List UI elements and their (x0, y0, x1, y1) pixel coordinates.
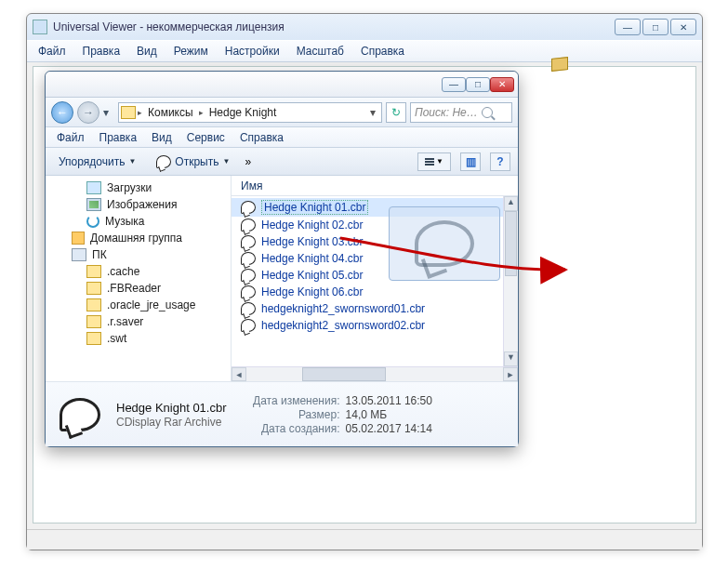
app-icon (33, 20, 47, 34)
file-item[interactable]: Hedge Knight 01.cbr (232, 198, 518, 217)
file-item[interactable]: hedgeknight2_swornsword02.cbr (232, 317, 518, 334)
tree-node[interactable]: Домашняя группа (46, 230, 231, 246)
tree-label: ПК (92, 248, 107, 261)
label-modified: Дата изменения: (247, 394, 340, 407)
tree-node[interactable]: .r.saver (46, 313, 231, 330)
scroll-thumb[interactable] (302, 367, 386, 381)
tree-label: Загрузки (107, 181, 152, 194)
explorer-navbar: ← → ▾ ▸ Комиксы ▸ Hedge Knight ▾ ↻ Поиск… (46, 98, 518, 127)
tree-node[interactable]: Музыка (46, 213, 231, 230)
main-maximize-button[interactable]: □ (642, 19, 668, 35)
dl-icon (86, 181, 101, 194)
tree-label: .cache (107, 265, 139, 278)
explorer-minimize-button[interactable]: — (442, 77, 466, 92)
file-item[interactable]: Hedge Knight 03.cbr (232, 233, 518, 250)
value-created: 05.02.2017 14:14 (346, 422, 432, 435)
tree-label: .oracle_jre_usage (107, 298, 195, 311)
preview-pane-button[interactable]: ▥ (460, 152, 481, 171)
file-item[interactable]: Hedge Knight 05.cbr (232, 267, 518, 284)
details-pane: Hedge Knight 01.cbr CDisplay Rar Archive… (46, 381, 518, 446)
speech-bubble-icon (241, 302, 256, 315)
tree-node[interactable]: Изображения (46, 196, 231, 213)
main-titlebar[interactable]: Universal Viewer - некоммерческая лиценз… (27, 14, 702, 40)
exp-menu-view[interactable]: Вид (144, 129, 179, 146)
file-item[interactable]: hedgeknight2_swornsword01.cbr (232, 300, 518, 317)
tree-node[interactable]: .oracle_jre_usage (46, 297, 231, 313)
menu-settings[interactable]: Настройки (218, 43, 287, 60)
main-close-button[interactable]: ✕ (670, 19, 696, 35)
menu-view[interactable]: Вид (129, 43, 165, 60)
nav-forward-button[interactable]: → (77, 101, 99, 124)
scroll-right-icon[interactable]: ► (503, 367, 518, 381)
search-icon (482, 107, 493, 118)
menu-file[interactable]: Файл (31, 43, 73, 60)
folder-icon (86, 298, 101, 311)
tree-node[interactable]: .FBReader (46, 280, 231, 297)
search-input[interactable]: Поиск: He… (410, 102, 512, 123)
chevron-right-icon[interactable]: ▸ (138, 108, 142, 117)
view-mode-button[interactable]: ▼ (417, 152, 451, 171)
refresh-button[interactable]: ↻ (386, 102, 406, 123)
tree-node[interactable]: .swt (46, 330, 231, 347)
organize-button[interactable]: Упорядочить▼ (53, 153, 141, 170)
exp-menu-help[interactable]: Справка (232, 129, 291, 146)
speech-bubble-icon (156, 155, 171, 168)
file-list[interactable]: Hedge Knight 01.cbrHedge Knight 02.cbrHe… (232, 196, 518, 366)
folder-tree[interactable]: ЗагрузкиИзображенияМузыкаДомашняя группа… (46, 176, 232, 381)
tree-label: .FBReader (107, 282, 161, 295)
file-item[interactable]: Hedge Knight 02.cbr (232, 217, 518, 233)
address-bar[interactable]: ▸ Комиксы ▸ Hedge Knight ▾ (118, 102, 382, 123)
nav-history-dropdown[interactable]: ▾ (103, 106, 114, 119)
file-name: Hedge Knight 01.cbr (261, 200, 368, 215)
open-button[interactable]: Открыть▼ (151, 153, 235, 170)
help-button[interactable]: ? (490, 152, 510, 171)
file-item[interactable]: Hedge Knight 06.cbr (232, 284, 518, 300)
value-size: 14,0 МБ (346, 408, 388, 421)
column-header-name[interactable]: Имя (232, 176, 518, 196)
speech-bubble-icon (241, 269, 256, 282)
menu-zoom[interactable]: Масштаб (289, 43, 351, 60)
music-icon (86, 215, 99, 228)
speech-bubble-icon (241, 319, 256, 332)
folder-icon (86, 315, 101, 328)
file-type-icon (55, 392, 105, 437)
explorer-close-button[interactable]: ✕ (490, 77, 514, 92)
tree-label: .swt (107, 332, 126, 345)
folder-icon (121, 106, 136, 119)
toolbar-overflow[interactable]: » (245, 155, 251, 168)
explorer-titlebar[interactable]: — □ ✕ (46, 72, 518, 98)
details-filename: Hedge Knight 01.cbr (116, 401, 227, 415)
exp-menu-tools[interactable]: Сервис (179, 129, 232, 146)
home-icon (72, 232, 85, 245)
breadcrumb-comics[interactable]: Комиксы (144, 106, 197, 119)
chevron-right-icon[interactable]: ▸ (199, 108, 204, 117)
pc-icon (72, 248, 86, 261)
file-name: hedgeknight2_swornsword02.cbr (261, 319, 425, 332)
scroll-down-icon[interactable]: ▼ (504, 351, 518, 366)
address-dropdown[interactable]: ▾ (366, 106, 379, 119)
tree-node[interactable]: Загрузки (46, 179, 231, 196)
menu-edit[interactable]: Правка (75, 43, 128, 60)
exp-menu-file[interactable]: Файл (49, 129, 92, 146)
breadcrumb-hedge-knight[interactable]: Hedge Knight (205, 106, 281, 119)
label-created: Дата создания: (247, 422, 340, 435)
vertical-scrollbar[interactable]: ▲ ▼ (503, 196, 518, 366)
tree-node[interactable]: .cache (46, 263, 231, 280)
menu-mode[interactable]: Режим (166, 43, 216, 60)
scroll-thumb[interactable] (505, 211, 517, 276)
exp-menu-edit[interactable]: Правка (92, 129, 145, 146)
menu-help[interactable]: Справка (353, 43, 412, 60)
explorer-maximize-button[interactable]: □ (466, 77, 490, 92)
label-size: Размер: (247, 408, 340, 421)
scroll-left-icon[interactable]: ◄ (232, 367, 246, 381)
package-icon[interactable] (551, 58, 570, 73)
explorer-menubar: Файл Правка Вид Сервис Справка (46, 127, 518, 148)
speech-bubble-icon (241, 285, 256, 298)
tree-node[interactable]: ПК (46, 246, 231, 263)
main-statusbar (27, 529, 702, 550)
file-item[interactable]: Hedge Knight 04.cbr (232, 250, 518, 267)
main-minimize-button[interactable]: — (615, 19, 641, 35)
horizontal-scrollbar[interactable]: ◄ ► (232, 366, 518, 381)
scroll-up-icon[interactable]: ▲ (504, 196, 518, 211)
nav-back-button[interactable]: ← (51, 101, 73, 124)
